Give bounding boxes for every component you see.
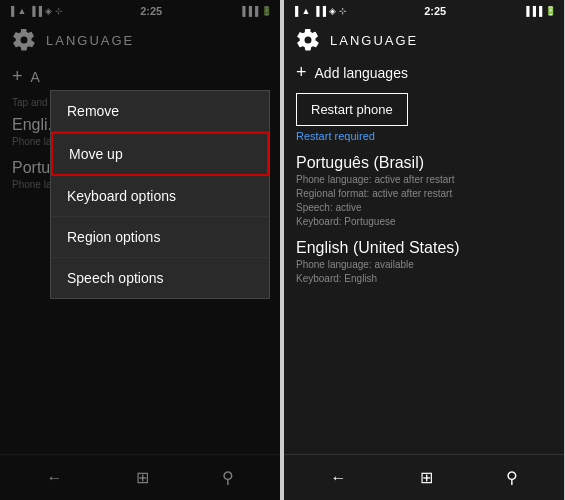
menu-item-remove[interactable]: Remove: [51, 91, 269, 132]
right-lang-2-detail-1: Phone language: available: [296, 258, 552, 272]
right-lang-1-detail-3: Speech: active: [296, 201, 552, 215]
app-container: ▐ ▲ ▐▐ ◈ ⊹ 2:25 ▐▐▐ 🔋 LANGUAGE + A: [0, 0, 565, 500]
right-signal-icon: ▐▐: [313, 6, 326, 16]
right-lang-1-detail-2: Regional format: active after restart: [296, 187, 552, 201]
right-lang-2: English (United States) Phone language: …: [296, 239, 552, 286]
right-lang-1-detail-1: Phone language: active after restart: [296, 173, 552, 187]
right-status-icons: ▐ ▲ ▐▐ ◈ ⊹: [292, 6, 347, 16]
right-lang-1-detail-4: Keyboard: Portuguese: [296, 215, 552, 229]
right-time: 2:25: [424, 5, 446, 17]
right-lang-2-detail-2: Keyboard: English: [296, 272, 552, 286]
right-wifi-icon: ▲: [301, 6, 310, 16]
right-phone: ▐ ▲ ▐▐ ◈ ⊹ 2:25 ▐▐▐ 🔋 LANGUAGE + Add lan…: [284, 0, 564, 500]
right-battery-icon: ▐▐▐ 🔋: [523, 6, 556, 16]
gear-icon-right: [296, 28, 320, 52]
left-phone: ▐ ▲ ▐▐ ◈ ⊹ 2:25 ▐▐▐ 🔋 LANGUAGE + A: [0, 0, 280, 500]
right-lang-1-name: Português (Brasil): [296, 154, 552, 172]
right-extra-icon: ◈: [329, 6, 336, 16]
right-battery: ▐▐▐ 🔋: [523, 6, 556, 16]
restart-phone-button[interactable]: Restart phone: [296, 93, 408, 126]
menu-item-keyboard[interactable]: Keyboard options: [51, 176, 269, 217]
right-lang-1: Português (Brasil) Phone language: activ…: [296, 154, 552, 229]
menu-item-speech[interactable]: Speech options: [51, 258, 269, 298]
right-bottom-bar: ← ⊞ ⚲: [284, 454, 564, 500]
right-network-icon: ▐: [292, 6, 298, 16]
right-extra2-icon: ⊹: [339, 6, 347, 16]
context-menu: Remove Move up Keyboard options Region o…: [50, 90, 270, 299]
right-add-label: Add languages: [315, 65, 408, 81]
menu-item-region[interactable]: Region options: [51, 217, 269, 258]
menu-item-move-up[interactable]: Move up: [51, 132, 269, 176]
right-search-button[interactable]: ⚲: [506, 468, 518, 487]
restart-required-label: Restart required: [296, 130, 552, 142]
plus-icon-right: +: [296, 62, 307, 83]
right-header: LANGUAGE: [284, 22, 564, 58]
right-lang-2-name: English (United States): [296, 239, 552, 257]
right-add-languages[interactable]: + Add languages: [296, 62, 552, 87]
right-header-title: LANGUAGE: [330, 33, 418, 48]
right-content: + Add languages Restart phone Restart re…: [284, 58, 564, 454]
right-status-bar: ▐ ▲ ▐▐ ◈ ⊹ 2:25 ▐▐▐ 🔋: [284, 0, 564, 22]
right-back-button[interactable]: ←: [331, 469, 347, 487]
right-home-button[interactable]: ⊞: [420, 468, 433, 487]
